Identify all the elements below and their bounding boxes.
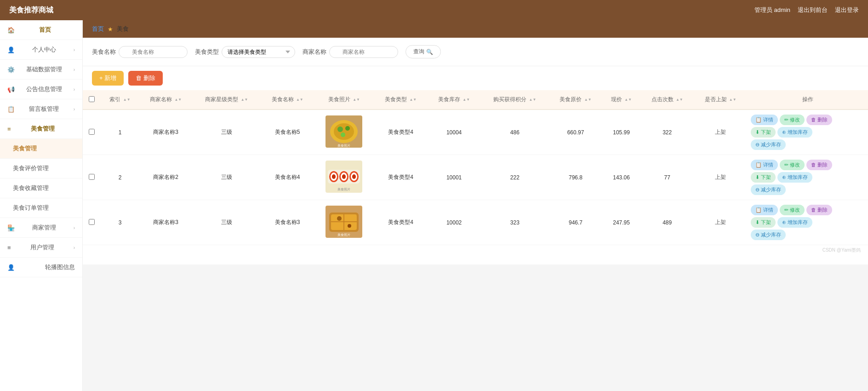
down-button-1[interactable]: ⬇ 下架 xyxy=(751,172,776,183)
row-select-0[interactable] xyxy=(89,129,95,135)
row-original-price: 660.97 xyxy=(549,109,602,155)
sidebar-item-food-manage[interactable]: 美食管理 xyxy=(0,139,82,159)
clicks-sort[interactable]: ▲▼ xyxy=(676,98,683,102)
detail-button-2[interactable]: 📋 详情 xyxy=(751,205,778,215)
query-button[interactable]: 查询 🔍 xyxy=(405,45,441,58)
detail-button-1[interactable]: 📋 详情 xyxy=(751,160,778,170)
basic-data-arrow: › xyxy=(74,67,75,72)
sidebar-item-user[interactable]: ≡ 用户管理 › xyxy=(0,238,82,258)
row-food-name: 美食名称3 xyxy=(261,200,314,245)
down-button-0[interactable]: ⬇ 下架 xyxy=(751,127,776,138)
sidebar-label-message: 留言板管理 xyxy=(29,105,59,113)
stock-add-button-0[interactable]: ⊕ 增加库存 xyxy=(777,127,812,138)
col-clicks: 点击次数 ▲▼ xyxy=(640,90,694,109)
select-all-checkbox[interactable] xyxy=(89,96,95,102)
breadcrumb-bar: 首页 ★ 美食 xyxy=(83,20,868,38)
food-type-select[interactable]: 请选择美食类型 美食类型1 美食类型2 美食类型3 美食类型4 xyxy=(222,46,295,58)
del-button-2[interactable]: 🗑 删除 xyxy=(806,205,832,215)
orig-price-sort[interactable]: ▲▼ xyxy=(584,98,592,102)
breadcrumb-home[interactable]: 首页 xyxy=(92,25,104,33)
sidebar-item-notice[interactable]: 📢 公告信息管理 › xyxy=(0,80,82,99)
row-index: 3 xyxy=(101,200,139,245)
col-merchant-name: 商家名称 ▲▼ xyxy=(139,90,193,109)
add-button[interactable]: + 新增 xyxy=(92,71,124,86)
query-label: 查询 xyxy=(413,48,424,56)
layout: 🏠 首页 👤 个人中心 › ⚙️ 基础数据管理 › 📢 公告信息管理 › 📋 留… xyxy=(0,20,868,391)
del-button-1[interactable]: 🗑 删除 xyxy=(806,160,832,170)
top-nav: 美食推荐商城 管理员 admin 退出到前台 退出登录 xyxy=(0,0,868,20)
col-checkbox xyxy=(83,90,101,109)
sidebar-label-food-review: 美食评价管理 xyxy=(13,164,49,172)
stock-sub-button-2[interactable]: ⊖ 减少库存 xyxy=(751,230,786,240)
main-content: 首页 ★ 美食 美食名称 🔍 美食类型 请选择美食类型 美食类型1 美食类型2 … xyxy=(83,20,868,391)
merchant-name-group: 商家名称 🔍 xyxy=(303,46,398,58)
detail-button-0[interactable]: 📋 详情 xyxy=(751,115,778,125)
stock-sub-button-1[interactable]: ⊖ 减少库存 xyxy=(751,184,786,195)
sidebar-item-merchant[interactable]: 🏪 商家管理 › xyxy=(0,218,82,238)
row-clicks: 489 xyxy=(640,200,694,245)
sidebar-label-banner: 轮播图信息 xyxy=(45,263,75,271)
stock-add-button-2[interactable]: ⊕ 增加库存 xyxy=(777,217,812,228)
col-food-name: 美食名称 ▲▼ xyxy=(261,90,314,109)
index-sort[interactable]: ▲▼ xyxy=(123,98,131,102)
stock-add-button-1[interactable]: ⊕ 增加库存 xyxy=(777,172,812,183)
logout-link[interactable]: 退出登录 xyxy=(835,6,859,14)
type-sort[interactable]: ▲▼ xyxy=(409,98,417,102)
col-index: 索引 ▲▼ xyxy=(101,90,139,109)
row-actions: 📋 详情 ✏ 修改 🗑 删除 ⬇ 下架 ⊕ 增加库存 ⊖ 减少库存 xyxy=(747,109,868,155)
sidebar-item-food-collect[interactable]: 美食收藏管理 xyxy=(0,178,82,198)
message-arrow: › xyxy=(74,107,75,112)
sidebar-label-food-collect: 美食收藏管理 xyxy=(13,184,49,192)
svg-point-25 xyxy=(348,224,351,228)
stock-sort[interactable]: ▲▼ xyxy=(463,98,470,102)
notice-icon: 📢 xyxy=(7,86,15,93)
row-index: 1 xyxy=(101,109,139,155)
del-button-0[interactable]: 🗑 删除 xyxy=(806,115,832,125)
sidebar-item-basic-data[interactable]: ⚙️ 基础数据管理 › xyxy=(0,60,82,80)
col-status: 是否上架 ▲▼ xyxy=(694,90,747,109)
row-status: 上架 xyxy=(694,200,747,245)
row-clicks: 322 xyxy=(640,109,694,155)
batch-delete-button[interactable]: 🗑 删除 xyxy=(128,71,163,86)
svg-point-14 xyxy=(342,174,346,179)
row-current-price: 105.99 xyxy=(602,109,640,155)
food-name-group: 美食名称 🔍 xyxy=(92,46,188,58)
sidebar-item-banner[interactable]: 👤 轮播图信息 xyxy=(0,258,82,277)
row-food-photo: 美食照片 xyxy=(314,109,374,155)
sidebar-item-message[interactable]: 📋 留言板管理 › xyxy=(0,99,82,119)
row-select-2[interactable] xyxy=(89,219,95,225)
row-actions: 📋 详情 ✏ 修改 🗑 删除 ⬇ 下架 ⊕ 增加库存 ⊖ 减少库存 xyxy=(747,155,868,200)
back-front-link[interactable]: 退出到前台 xyxy=(798,6,828,14)
edit-button-0[interactable]: ✏ 修改 xyxy=(780,115,805,125)
sidebar-item-food-mgmt-section[interactable]: ≡ 美食管理 xyxy=(0,119,82,139)
row-merchant-level: 三级 xyxy=(193,200,261,245)
points-sort[interactable]: ▲▼ xyxy=(529,98,537,102)
breadcrumb-star: ★ xyxy=(108,26,113,33)
sidebar-item-food-order[interactable]: 美食订单管理 xyxy=(0,198,82,218)
row-merchant-name: 商家名称3 xyxy=(139,200,193,245)
status-sort[interactable]: ▲▼ xyxy=(729,98,737,102)
sidebar-item-personal[interactable]: 👤 个人中心 › xyxy=(0,40,82,60)
down-button-2[interactable]: ⬇ 下架 xyxy=(751,217,776,228)
merchant-name-input[interactable] xyxy=(329,46,398,58)
top-nav-right: 管理员 admin 退出到前台 退出登录 xyxy=(754,6,859,14)
food-name-input[interactable] xyxy=(119,46,188,58)
stock-sub-button-0[interactable]: ⊖ 减少库存 xyxy=(751,139,786,150)
row-select-1[interactable] xyxy=(89,174,95,180)
curr-price-sort[interactable]: ▲▼ xyxy=(624,98,632,102)
photo-sort[interactable]: ▲▼ xyxy=(353,98,360,102)
food-table: 索引 ▲▼ 商家名称 ▲▼ 商家星级类型 ▲▼ 美食名称 ▲▼ 美食照片 ▲▼ … xyxy=(83,90,868,245)
edit-button-2[interactable]: ✏ 修改 xyxy=(780,205,805,215)
row-current-price: 143.06 xyxy=(602,155,640,200)
merchant-sort[interactable]: ▲▼ xyxy=(174,98,182,102)
sidebar-item-home[interactable]: 🏠 首页 xyxy=(0,20,82,40)
col-points: 购买获得积分 ▲▼ xyxy=(481,90,549,109)
edit-button-1[interactable]: ✏ 修改 xyxy=(780,160,805,170)
svg-point-5 xyxy=(341,132,345,137)
food-name-sort[interactable]: ▲▼ xyxy=(296,98,303,102)
row-merchant-level: 三级 xyxy=(193,155,261,200)
row-current-price: 247.95 xyxy=(602,200,640,245)
food-type-group: 美食类型 请选择美食类型 美食类型1 美食类型2 美食类型3 美食类型4 xyxy=(195,46,295,58)
sidebar-item-food-review[interactable]: 美食评价管理 xyxy=(0,159,82,178)
level-sort[interactable]: ▲▼ xyxy=(241,98,248,102)
